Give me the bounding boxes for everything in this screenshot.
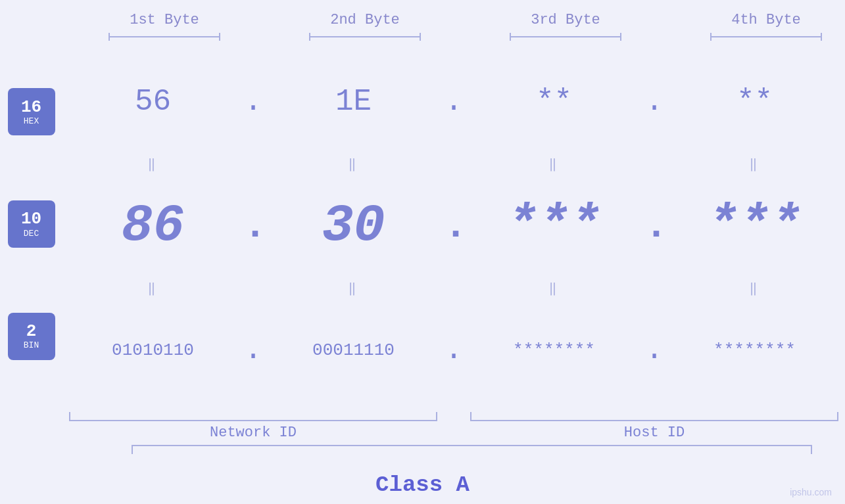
hex-dot2: .: [444, 85, 464, 119]
bin-badge-num: 2: [26, 322, 37, 341]
class-bracket-line: [132, 445, 812, 446]
eq2-b2: ‖: [263, 280, 444, 296]
bin-badge-label: BIN: [24, 340, 39, 350]
bin-b4-value: ********: [713, 340, 796, 360]
dec-dot3: .: [644, 204, 664, 248]
hex-b4-value: **: [736, 85, 773, 119]
bin-b4-cell: ********: [664, 340, 845, 360]
byte3-bracket: [475, 31, 656, 43]
bin-dot1: .: [243, 333, 263, 367]
dec-b3-value: ***: [506, 196, 601, 256]
eq1-b4: ‖: [664, 156, 845, 172]
hex-dot3: .: [644, 85, 664, 119]
class-a-label: Class A: [375, 472, 470, 497]
hex-b3-value: **: [536, 85, 572, 119]
data-grid: 56 . 1E . ** . ** ‖ ‖: [62, 49, 845, 445]
bin-badge: 2 BIN: [8, 313, 55, 360]
dec-b4-value: ***: [707, 196, 802, 256]
byte4-bracket: [676, 31, 846, 43]
bin-dot3: .: [644, 333, 664, 367]
hex-badge: 16 HEX: [8, 88, 55, 135]
network-id-label: Network ID: [62, 424, 444, 441]
hex-badge-label: HEX: [24, 116, 39, 126]
byte3-bracket-line: [510, 36, 621, 37]
dec-dot2: .: [444, 204, 464, 248]
badges-column: 16 HEX 10 DEC 2 BIN: [0, 49, 62, 445]
bin-dot2: .: [444, 333, 464, 367]
byte3-label: 3rd Byte: [475, 12, 656, 28]
dec-row: 86 . 30 . *** . ***: [62, 173, 845, 278]
bin-b3-value: ********: [513, 340, 595, 360]
hex-b1-cell: 56: [62, 85, 243, 119]
eq1-b1: ‖: [62, 156, 243, 172]
id-bracket-row: [62, 408, 845, 421]
hex-row: 56 . 1E . ** . **: [62, 49, 845, 154]
network-id-bracket-container: [62, 408, 444, 421]
hex-b2-cell: 1E: [263, 85, 444, 119]
byte1-label: 1st Byte: [74, 12, 255, 28]
id-labels-row: Network ID Host ID: [62, 421, 845, 445]
dec-b4-cell: ***: [664, 196, 845, 256]
byte2-label: 2nd Byte: [275, 12, 456, 28]
hex-dot1: .: [243, 85, 263, 119]
dec-badge-label: DEC: [24, 229, 39, 239]
network-id-bracket-line: [69, 420, 437, 421]
dec-b1-cell: 86: [62, 196, 243, 256]
dec-b3-cell: ***: [464, 196, 644, 256]
eq1-b3: ‖: [464, 156, 644, 172]
byte1-bracket: [74, 31, 255, 43]
byte-labels-row: 1st Byte 2nd Byte 3rd Byte 4th Byte: [43, 0, 845, 28]
bin-b1-cell: 01010110: [62, 340, 243, 360]
main-container: 1st Byte 2nd Byte 3rd Byte 4th Byte 16: [0, 0, 845, 504]
dec-badge-num: 10: [21, 210, 41, 229]
dec-b2-value: 30: [322, 196, 385, 256]
spacer-between-brackets: [444, 408, 464, 421]
bin-b1-value: 01010110: [112, 340, 194, 360]
eq2-b4: ‖: [664, 280, 845, 296]
bin-row: 01010110 . 00011110 . ******** . *******…: [62, 298, 845, 403]
hex-badge-num: 16: [21, 98, 41, 117]
watermark: ipshu.com: [790, 487, 832, 497]
hex-b1-value: 56: [135, 85, 171, 119]
equals-row-2: ‖ ‖ ‖ ‖: [62, 279, 845, 298]
equals-row-1: ‖ ‖ ‖ ‖: [62, 154, 845, 173]
dec-badge: 10 DEC: [8, 200, 55, 248]
bin-b2-value: 00011110: [312, 340, 395, 360]
eq2-b1: ‖: [62, 280, 243, 296]
class-section: Class A: [0, 445, 845, 504]
host-id-bracket-line: [470, 420, 838, 421]
hex-b4-cell: **: [664, 85, 845, 119]
hex-b2-value: 1E: [335, 85, 372, 119]
hex-b3-cell: **: [464, 85, 644, 119]
eq1-b2: ‖: [263, 156, 444, 172]
bin-b3-cell: ********: [464, 340, 644, 360]
byte4-label: 4th Byte: [676, 12, 846, 28]
eq2-b3: ‖: [464, 280, 644, 296]
top-bracket-row: [43, 31, 845, 43]
byte2-bracket: [275, 31, 456, 43]
dec-dot1: .: [243, 204, 263, 248]
byte2-bracket-line: [309, 36, 421, 37]
rows-area: 16 HEX 10 DEC 2 BIN 56 . 1E: [0, 49, 845, 445]
dec-b1-value: 86: [121, 196, 184, 256]
bin-b2-cell: 00011110: [263, 340, 444, 360]
host-id-label: Host ID: [464, 424, 845, 441]
dec-b2-cell: 30: [263, 196, 444, 256]
host-id-bracket-container: [464, 408, 845, 421]
byte4-bracket-line: [710, 36, 822, 37]
byte1-bracket-line: [109, 36, 220, 37]
